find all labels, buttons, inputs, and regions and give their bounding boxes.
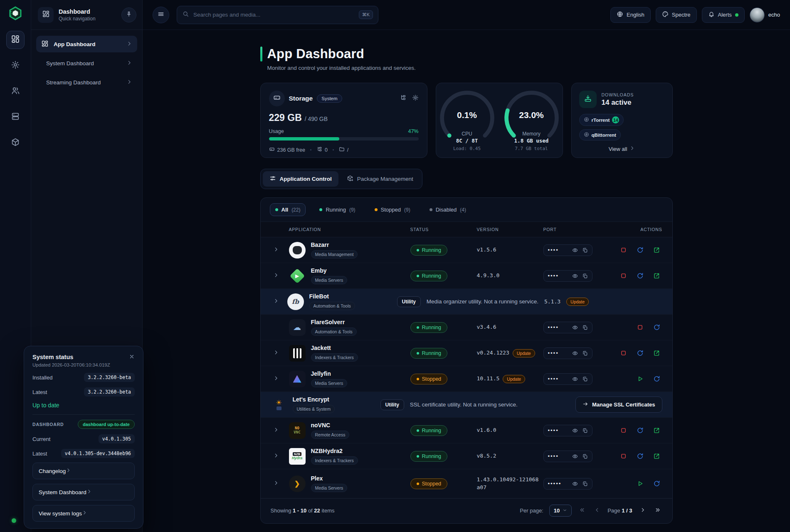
copy-port-icon[interactable] (582, 481, 588, 487)
view-system-logs-button[interactable]: View system logs (32, 505, 135, 522)
last-page-button[interactable] (653, 505, 662, 516)
view-all-downloads-link[interactable]: View all (579, 140, 665, 153)
start-app-button[interactable] (635, 374, 646, 384)
port-field[interactable]: •••• (543, 322, 592, 333)
app-name: FlareSolverr (311, 319, 345, 325)
port-field[interactable]: •••• (543, 347, 592, 359)
rail-item-settings[interactable] (6, 57, 25, 75)
nav-item-system-dashboard[interactable]: System Dashboard (36, 55, 137, 71)
restart-app-button[interactable] (652, 478, 662, 489)
port-field[interactable]: •••• (543, 373, 592, 385)
expand-row-button[interactable] (271, 245, 281, 256)
filter-stopped[interactable]: Stopped(9) (369, 203, 416, 216)
stop-app-button[interactable] (635, 322, 646, 333)
language-button[interactable]: English (610, 7, 651, 23)
qbittorrent-chip[interactable]: qBittorrent (579, 129, 621, 140)
search-input[interactable] (193, 12, 355, 18)
open-app-button[interactable] (652, 271, 662, 281)
search-bar[interactable]: ⌘K (177, 6, 378, 24)
restart-app-button[interactable] (635, 425, 646, 436)
rail-item-servers[interactable] (6, 108, 25, 126)
update-badge[interactable]: Update (566, 298, 589, 306)
cpu-value: 0.1% (437, 110, 497, 120)
update-badge[interactable]: Update (503, 375, 525, 383)
rail-item-packages[interactable] (6, 134, 25, 152)
copy-port-icon[interactable] (582, 453, 588, 459)
storage-system-badge: System (317, 94, 342, 103)
menu-toggle-button[interactable] (153, 7, 169, 23)
expand-row-button[interactable] (271, 296, 281, 307)
port-field[interactable]: •••• (543, 270, 592, 282)
reveal-port-icon[interactable] (572, 481, 578, 487)
port-field[interactable]: •••• (543, 425, 592, 436)
tab-application-control[interactable]: Application Control (263, 171, 338, 187)
mounts-tree-icon[interactable] (400, 94, 406, 103)
copy-port-icon[interactable] (582, 273, 588, 279)
stop-app-button[interactable] (618, 245, 629, 256)
pin-sidebar-button[interactable] (121, 7, 136, 22)
copy-port-icon[interactable] (582, 247, 588, 253)
alerts-button[interactable]: Alerts (702, 7, 745, 23)
reveal-port-icon[interactable] (572, 247, 578, 253)
reveal-port-icon[interactable] (572, 376, 578, 382)
restart-app-button[interactable] (635, 271, 646, 281)
start-app-button[interactable] (635, 478, 646, 489)
update-badge[interactable]: Update (513, 349, 535, 357)
search-shortcut-badge: ⌘K (359, 10, 373, 19)
port-field[interactable]: ••••• (543, 478, 592, 490)
port-field[interactable]: •••• (543, 451, 592, 462)
open-app-button[interactable] (652, 425, 662, 436)
restart-app-button[interactable] (652, 322, 662, 333)
rail-item-users[interactable] (6, 82, 25, 101)
reveal-port-icon[interactable] (572, 350, 578, 356)
reveal-port-icon[interactable] (572, 453, 578, 459)
open-app-button[interactable] (652, 451, 662, 462)
usage-label: Usage (269, 128, 284, 134)
expand-row-button[interactable] (271, 348, 281, 359)
nav-item-app-dashboard[interactable]: App Dashboard (36, 36, 137, 52)
reveal-port-icon[interactable] (572, 428, 578, 433)
storage-title: Storage (289, 95, 313, 102)
per-page-select[interactable]: 10 (549, 505, 572, 517)
expand-row-button[interactable] (271, 425, 281, 436)
open-app-button[interactable] (652, 245, 662, 256)
tab-package-management[interactable]: Package Management (340, 171, 420, 187)
expand-row-button[interactable] (271, 374, 281, 384)
copy-port-icon[interactable] (582, 376, 588, 382)
expand-row-button[interactable] (271, 478, 281, 489)
port-field[interactable]: •••• (543, 244, 592, 256)
theme-button[interactable]: Spectre (656, 7, 697, 23)
user-menu[interactable]: echo (750, 7, 780, 22)
stop-app-button[interactable] (618, 271, 629, 281)
rail-item-dashboard[interactable] (6, 31, 25, 49)
restart-app-button[interactable] (635, 451, 646, 462)
copy-port-icon[interactable] (582, 428, 588, 433)
prev-page-button[interactable] (592, 505, 602, 516)
table-row-jackett: Jackett Indexers & Trackers Running v0.2… (261, 340, 672, 366)
expand-row-button[interactable] (271, 271, 281, 281)
system-dashboard-button[interactable]: System Dashboard (32, 484, 135, 500)
open-app-button[interactable] (652, 348, 662, 359)
stop-app-button[interactable] (618, 348, 629, 359)
reveal-port-icon[interactable] (572, 273, 578, 279)
copy-port-icon[interactable] (582, 350, 588, 356)
close-popup-button[interactable] (129, 354, 135, 361)
stop-app-button[interactable] (618, 451, 629, 462)
expand-row-button[interactable] (271, 451, 281, 462)
restart-app-button[interactable] (652, 374, 662, 384)
changelog-button[interactable]: Changelog (32, 463, 135, 479)
reveal-port-icon[interactable] (572, 325, 578, 330)
filter-disabled[interactable]: Disabled(4) (424, 203, 472, 216)
next-page-button[interactable] (638, 505, 647, 516)
copy-port-icon[interactable] (582, 325, 588, 330)
rtorrent-chip[interactable]: rTorrent 14 (579, 114, 624, 126)
storage-settings-icon[interactable] (412, 94, 419, 103)
filter-running[interactable]: Running(9) (314, 203, 360, 216)
nav-item-streaming-dashboard[interactable]: Streaming Dashboard (36, 74, 137, 91)
restart-app-button[interactable] (635, 348, 646, 359)
stop-app-button[interactable] (618, 425, 629, 436)
first-page-button[interactable] (578, 505, 587, 516)
restart-app-button[interactable] (635, 245, 646, 256)
filter-all[interactable]: All(22) (270, 203, 306, 216)
manage-ssl-certificates-button[interactable]: Manage SSL Certificates (575, 397, 662, 413)
